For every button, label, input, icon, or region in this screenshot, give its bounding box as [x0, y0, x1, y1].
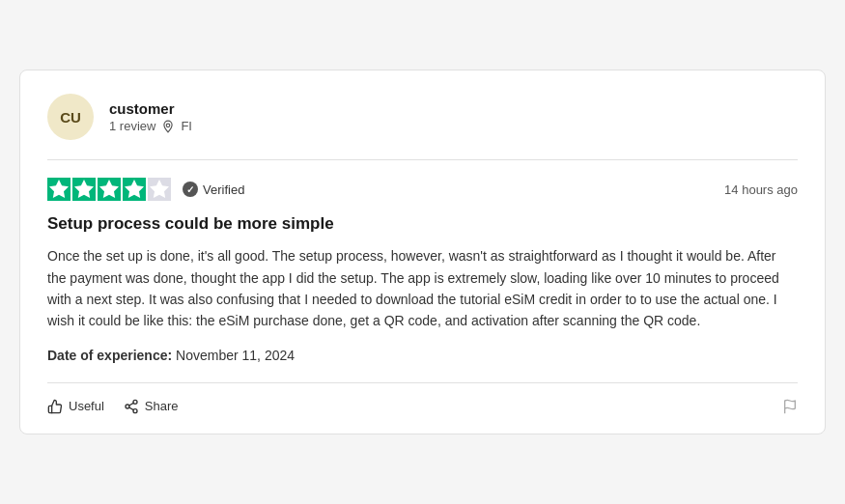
reviewer-section: CU customer 1 review FI: [47, 94, 798, 140]
review-card: CU customer 1 review FI: [19, 70, 826, 434]
action-buttons: Useful Share: [47, 399, 179, 414]
star-1: [47, 178, 70, 201]
svg-point-0: [167, 124, 171, 126]
useful-button[interactable]: Useful: [47, 399, 104, 414]
svg-line-10: [129, 403, 134, 406]
review-header-left: ✓ Verified: [47, 178, 244, 201]
share-label: Share: [145, 399, 179, 413]
flag-icon: [782, 399, 798, 414]
verified-icon: ✓: [183, 182, 198, 197]
share-icon: [124, 399, 139, 414]
location-icon: [161, 120, 175, 133]
reviewer-location: FI: [181, 119, 192, 133]
reviewer-name: customer: [109, 100, 192, 117]
review-header: ✓ Verified 14 hours ago: [47, 178, 798, 201]
svg-marker-4: [125, 180, 144, 198]
verified-badge: ✓ Verified: [183, 182, 244, 197]
star-5: [148, 178, 171, 201]
star-rating: [47, 178, 171, 201]
actions-bar: Useful Share: [47, 399, 798, 414]
review-count: 1 review: [109, 119, 155, 133]
divider-top: [47, 159, 798, 160]
star-3: [98, 178, 121, 201]
share-button[interactable]: Share: [124, 399, 179, 414]
star-2: [72, 178, 96, 201]
divider-bottom: [47, 382, 798, 383]
time-ago: 14 hours ago: [724, 182, 798, 197]
useful-label: Useful: [69, 399, 104, 413]
svg-marker-2: [74, 180, 94, 198]
date-value: November 11, 2024: [176, 348, 295, 363]
date-of-experience: Date of experience: November 11, 2024: [47, 348, 798, 363]
reviewer-info: customer 1 review FI: [109, 100, 192, 133]
review-title: Setup process could be more simple: [47, 214, 798, 234]
svg-marker-1: [49, 180, 69, 198]
svg-line-9: [129, 407, 134, 410]
thumbs-up-icon: [47, 399, 63, 414]
review-body: Once the set up is done, it's all good. …: [47, 245, 798, 332]
star-4: [123, 178, 146, 201]
verified-label: Verified: [203, 182, 244, 197]
reviewer-meta: 1 review FI: [109, 119, 192, 133]
svg-marker-3: [99, 180, 119, 198]
date-label: Date of experience:: [47, 348, 172, 363]
flag-button[interactable]: [782, 399, 798, 414]
svg-marker-5: [150, 180, 169, 198]
avatar: CU: [47, 94, 94, 140]
